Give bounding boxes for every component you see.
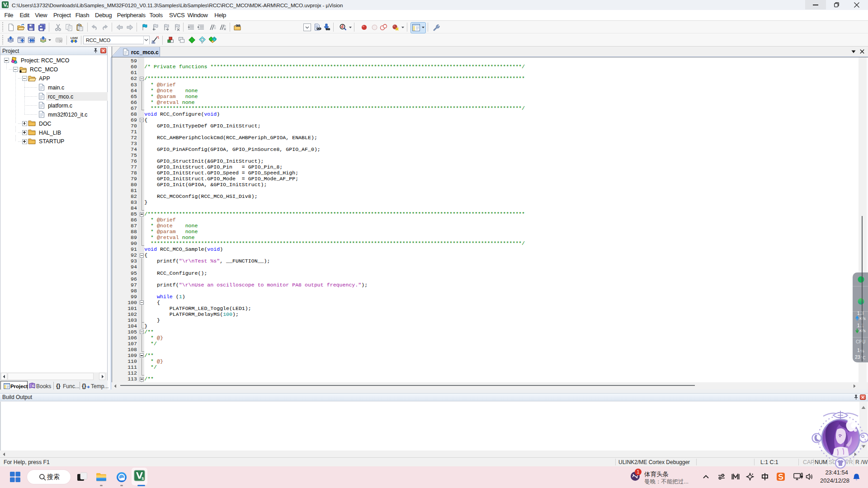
svg-text:LOAD: LOAD	[71, 36, 78, 39]
svg-text:d: d	[341, 24, 344, 29]
svg-text:23: 23	[855, 354, 860, 360]
svg-text:s: s	[142, 476, 144, 481]
svg-text:CPU: CPU	[856, 339, 865, 344]
svg-text:1.3: 1.3	[857, 311, 863, 316]
svg-text:s: s	[7, 5, 9, 8]
svg-text:1.1: 1.1	[857, 323, 863, 328]
svg-text:?: ?	[33, 385, 35, 388]
svg-text:1: 1	[857, 347, 860, 353]
